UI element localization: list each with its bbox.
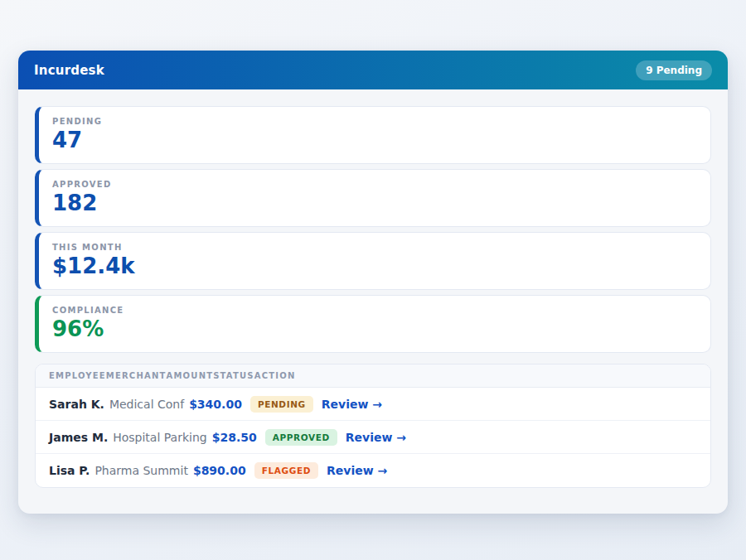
table-header-row: EMPLOYEEMERCHANTAMOUNTSTATUSACTION: [36, 364, 710, 388]
expenses-table: EMPLOYEEMERCHANTAMOUNTSTATUSACTION Sarah…: [35, 364, 711, 488]
stat-label: PENDING: [52, 117, 697, 126]
stat-label: THIS MONTH: [52, 243, 697, 252]
stat-value: 47: [52, 128, 697, 152]
app-window: Incurdesk 9 Pending PENDING 47 APPROVED …: [18, 51, 728, 514]
table-row: James M. Hospital Parking $28.50 APPROVE…: [36, 421, 710, 454]
stat-value: $12.4k: [52, 254, 697, 278]
merchant-name: Medical Conf: [109, 398, 184, 411]
review-link[interactable]: Review →: [346, 431, 406, 444]
table-row: Lisa P. Pharma Summit $890.00 FLAGGED Re…: [36, 454, 710, 487]
status-badge: FLAGGED: [254, 462, 318, 479]
review-link[interactable]: Review →: [327, 464, 387, 477]
merchant-name: Hospital Parking: [113, 431, 206, 444]
expense-amount: $28.50: [212, 431, 257, 444]
column-header-merchant: MERCHANT: [106, 371, 167, 380]
stat-card-this-month: THIS MONTH $12.4k: [35, 232, 711, 290]
employee-name: Sarah K.: [49, 398, 104, 411]
stat-label: APPROVED: [52, 180, 697, 189]
merchant-name: Pharma Summit: [94, 464, 188, 477]
app-header: Incurdesk 9 Pending: [18, 51, 728, 89]
stat-value: 182: [52, 191, 697, 215]
status-badge: APPROVED: [265, 429, 337, 446]
status-badge: PENDING: [250, 396, 313, 413]
employee-name: Lisa P.: [49, 464, 90, 477]
table-row: Sarah K. Medical Conf $340.00 PENDING Re…: [36, 388, 710, 421]
stat-label: COMPLIANCE: [52, 306, 697, 315]
stat-value: 96%: [52, 317, 697, 341]
dashboard-body: PENDING 47 APPROVED 182 THIS MONTH $12.4…: [18, 89, 728, 508]
column-header-employee: EMPLOYEE: [49, 371, 106, 380]
pending-count-badge: 9 Pending: [636, 60, 712, 80]
app-title: Incurdesk: [34, 63, 104, 78]
expense-amount: $340.00: [189, 398, 242, 411]
column-header-amount: AMOUNT: [167, 371, 214, 380]
stat-card-pending: PENDING 47: [35, 106, 711, 164]
expense-amount: $890.00: [193, 464, 246, 477]
column-header-action: ACTION: [254, 371, 296, 380]
stat-card-approved: APPROVED 182: [35, 169, 711, 227]
column-header-status: STATUS: [213, 371, 254, 380]
employee-name: James M.: [49, 431, 108, 444]
stat-card-compliance: COMPLIANCE 96%: [35, 295, 711, 353]
review-link[interactable]: Review →: [322, 398, 382, 411]
